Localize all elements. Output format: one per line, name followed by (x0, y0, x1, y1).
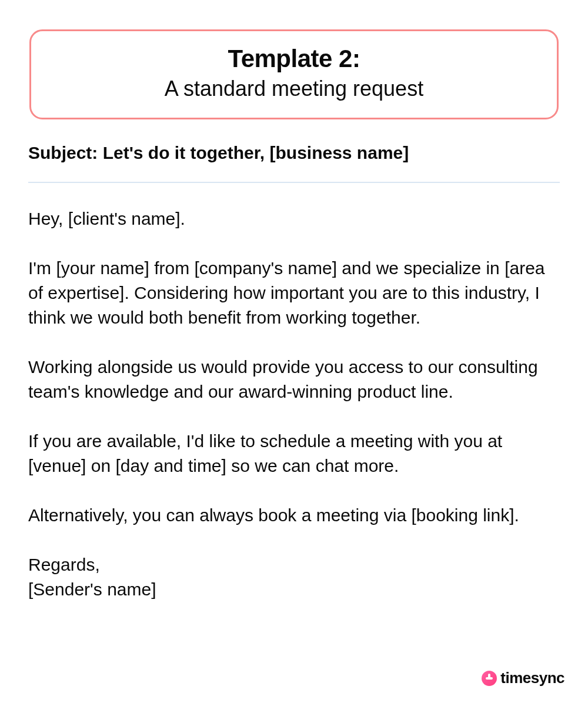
timesync-icon (482, 671, 497, 686)
email-subject: Subject: Let's do it together, [business… (28, 142, 560, 164)
brand-name: timesync (500, 669, 564, 687)
template-title: Template 2: (43, 45, 545, 72)
template-subtitle: A standard meeting request (43, 76, 545, 101)
brand-logo: timesync (482, 669, 564, 687)
template-header-box: Template 2: A standard meeting request (29, 29, 559, 119)
divider (28, 182, 560, 183)
email-body: Hey, [client's name]. I'm [your name] fr… (28, 207, 560, 602)
